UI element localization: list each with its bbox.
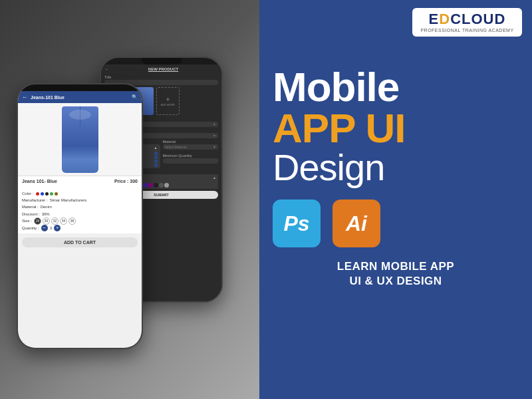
manufacturer-value: Simar Manufacturers bbox=[50, 197, 87, 203]
material-label-front: Material : bbox=[22, 203, 39, 210]
material-col: Material Select Material ▼ Minimum Quant… bbox=[163, 140, 219, 168]
screen-front: ← Jeans-101 Blue 🔍 Jeans 101- Blue P bbox=[18, 91, 142, 348]
phone-front-screen: ← Jeans-101 Blue 🔍 Jeans 101- Blue P bbox=[18, 91, 142, 348]
qty-plus-button[interactable]: + bbox=[54, 225, 61, 231]
size-btn-34[interactable]: 34 bbox=[60, 217, 67, 225]
material-row: Material : Denim bbox=[22, 203, 138, 210]
front-title: Jeans-101 Blue bbox=[31, 95, 129, 100]
dot-red[interactable] bbox=[36, 192, 39, 196]
swatch-black[interactable] bbox=[154, 183, 158, 188]
search-icon[interactable]: 🔍 bbox=[132, 94, 138, 100]
back-arrow-front[interactable]: ← bbox=[22, 94, 28, 100]
headline-design: Design bbox=[273, 149, 519, 186]
software-icons: Ps Ai bbox=[273, 200, 519, 247]
material-placeholder: Select Material bbox=[165, 145, 187, 149]
color-label: Color : bbox=[22, 190, 34, 197]
discount-label: Discount : bbox=[22, 211, 40, 217]
min-qty-label: Minimum Quantity bbox=[163, 154, 219, 158]
edcloud-logo: ED CLOUD PROFESSIONAL TRAINING ACADEMY bbox=[412, 8, 522, 37]
back-arrow-back: ← bbox=[105, 67, 109, 71]
size-btn-36[interactable]: 36 bbox=[68, 217, 76, 225]
size-34-check bbox=[154, 164, 158, 167]
min-qty-input[interactable] bbox=[163, 158, 219, 164]
dot-black[interactable] bbox=[45, 192, 49, 196]
headline-appui: APP UI bbox=[273, 108, 519, 149]
manufacturer-label: Manufacturer : bbox=[22, 197, 48, 203]
phone-notch-front bbox=[60, 84, 100, 91]
material-value: Denim bbox=[41, 203, 52, 210]
sub-cat-arrow-icon: ▼ bbox=[213, 134, 216, 138]
price-label: Price : bbox=[114, 179, 128, 184]
learn-line1: LEARN MOBILE APP bbox=[273, 259, 519, 274]
price-value: 300 bbox=[130, 179, 138, 184]
dot-green[interactable] bbox=[50, 192, 53, 196]
size-options: 28 30 32 34 36 bbox=[34, 217, 76, 225]
logo-sub-text: PROFESSIONAL TRAINING ACADEMY bbox=[419, 28, 515, 33]
palette-arrow-icon: ▲ bbox=[213, 176, 216, 180]
learn-line2: UI & UX DESIGN bbox=[273, 274, 519, 289]
size-28-check bbox=[154, 152, 158, 155]
swatch-violet[interactable] bbox=[143, 183, 148, 188]
product-info: Jeans 101- Blue Price : 300 bbox=[18, 176, 142, 188]
product-name-row: Jeans 101- Blue Price : 300 bbox=[22, 179, 138, 184]
product-name: Jeans 101- Blue bbox=[22, 179, 57, 184]
headline-area: Mobile APP UI Design bbox=[273, 66, 519, 186]
dot-brown[interactable] bbox=[55, 192, 58, 196]
add-more-label: ADD MORE bbox=[161, 103, 176, 106]
qty-minus-button[interactable]: − bbox=[41, 225, 48, 231]
size-row: Size : 28 30 32 34 36 bbox=[22, 217, 138, 225]
size-30-check bbox=[154, 156, 158, 159]
sizes-arrow-icon: ▲ bbox=[154, 146, 158, 150]
new-product-label: NEW PRODUCT bbox=[148, 67, 178, 71]
jeans-product-image bbox=[62, 106, 98, 173]
logo-cloud-text: CLOUD bbox=[450, 12, 505, 27]
illustrator-icon: Ai bbox=[332, 200, 380, 247]
swatch-darkgray[interactable] bbox=[159, 183, 164, 188]
headline-mobile: Mobile bbox=[273, 66, 519, 108]
add-to-cart-button[interactable]: ADD TO CART bbox=[22, 237, 138, 247]
qty-row: Quantity : − 3 + bbox=[22, 225, 138, 231]
add-more-icon: + bbox=[166, 96, 170, 103]
discount-row: Discount : 30% bbox=[22, 211, 138, 217]
qty-value: 3 bbox=[50, 225, 52, 231]
right-section: ED CLOUD PROFESSIONAL TRAINING ACADEMY M… bbox=[259, 0, 532, 399]
size-32-check bbox=[154, 160, 158, 163]
size-btn-28[interactable]: 28 bbox=[34, 217, 41, 225]
qty-label: Quantity : bbox=[22, 225, 39, 231]
discount-value: 30% bbox=[42, 211, 50, 217]
material-label: Material bbox=[163, 140, 219, 144]
phones-container: ← NEW PRODUCT Title bbox=[7, 30, 253, 389]
product-image-area bbox=[18, 103, 142, 176]
size-label-front: Size : bbox=[22, 217, 32, 224]
add-more-button[interactable]: + ADD MORE bbox=[156, 87, 180, 115]
color-dots bbox=[36, 192, 58, 196]
color-row: Color : bbox=[22, 190, 138, 197]
material-select[interactable]: Select Material ▼ bbox=[163, 144, 219, 150]
photoshop-icon: Ps bbox=[273, 200, 321, 247]
swatch-purple[interactable] bbox=[148, 183, 153, 188]
product-price: Price : 300 bbox=[114, 179, 138, 184]
title-label: Title bbox=[104, 75, 218, 79]
back-phone-topbar: ← NEW PRODUCT bbox=[101, 65, 221, 74]
swatch-gray[interactable] bbox=[164, 183, 169, 188]
dot-blue[interactable] bbox=[41, 192, 44, 196]
category-arrow-icon: ▼ bbox=[213, 122, 216, 126]
learn-text-area: LEARN MOBILE APP UI & UX DESIGN bbox=[273, 259, 519, 289]
material-arrow-icon: ▼ bbox=[213, 145, 216, 149]
product-details: Color : Manufacturer : Simar Ma bbox=[18, 188, 142, 233]
qty-control: − 3 + bbox=[41, 225, 61, 231]
phones-section: ← NEW PRODUCT Title bbox=[0, 0, 259, 399]
phone-front: ← Jeans-101 Blue 🔍 Jeans 101- Blue P bbox=[17, 83, 143, 349]
phone-notch-back bbox=[142, 58, 182, 65]
manufacturer-row: Manufacturer : Simar Manufacturers bbox=[22, 197, 138, 203]
logo-ed-text: ED bbox=[429, 12, 451, 27]
front-topbar: ← Jeans-101 Blue 🔍 bbox=[18, 91, 142, 103]
